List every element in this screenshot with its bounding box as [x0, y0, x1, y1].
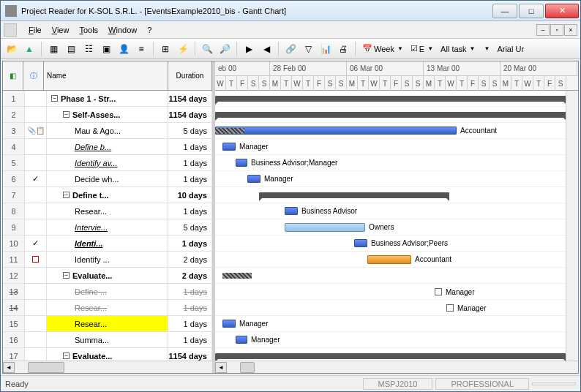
outline-toggle[interactable]: − [63, 192, 70, 198]
view4-icon[interactable]: ▣ [98, 41, 114, 57]
row-name[interactable]: Define b... [47, 139, 168, 154]
gantt-bar[interactable]: Manager [222, 320, 236, 328]
outline-toggle[interactable]: − [63, 111, 70, 118]
menu-view[interactable]: View [48, 24, 74, 36]
font-combo[interactable]: Arial Ur [494, 45, 527, 53]
zoom-in-icon[interactable]: 🔍 [199, 41, 215, 57]
row-name[interactable]: Mau & Ago... [47, 123, 168, 138]
menu-tools[interactable]: Tools [75, 24, 102, 36]
info-header-icon[interactable]: ⓘ [23, 61, 44, 90]
gantt-bar[interactable]: Manager [222, 143, 236, 151]
gantt-bar[interactable]: Manager [435, 288, 442, 295]
open-icon[interactable]: 📂 [4, 41, 20, 57]
row-name[interactable]: Intervie... [47, 219, 168, 235]
unknown-combo[interactable]: ▼ [480, 45, 493, 52]
view2-icon[interactable]: ▤ [63, 41, 79, 57]
goto1-icon[interactable]: ▶ [241, 41, 257, 57]
row-name[interactable]: −Phase 1 - Str... [47, 91, 168, 106]
table-row[interactable]: 11Identify ...2 days [3, 252, 212, 268]
gantt-hscroll[interactable]: ◄ [215, 361, 578, 373]
mdi-minimize[interactable]: – [536, 24, 550, 36]
row-name[interactable]: Resear... [47, 300, 168, 315]
gantt-bar[interactable] [222, 273, 252, 279]
table-row[interactable]: 17−Evaluate...1154 days [3, 348, 212, 361]
week-combo[interactable]: 📅Week▼ [359, 44, 406, 53]
menu-help[interactable]: ? [143, 24, 156, 36]
view1-icon[interactable]: ▦ [45, 41, 61, 57]
resource-icon[interactable]: 👤 [116, 41, 132, 57]
gantt-bar[interactable] [215, 128, 244, 134]
table-row[interactable]: 13Define ...1 days [3, 284, 212, 300]
gantt-bar[interactable]: Owners [285, 223, 365, 232]
gantt-bar[interactable] [215, 96, 566, 102]
row-name[interactable]: Identify ... [47, 252, 168, 267]
chart-icon[interactable]: 📊 [318, 41, 334, 57]
gantt-bar[interactable]: Manager [247, 175, 260, 183]
row-name[interactable]: −Self-Asses... [47, 107, 168, 122]
grid-hscroll[interactable]: ◄ [3, 361, 212, 373]
table-row[interactable]: 9Intervie...5 days [3, 219, 212, 235]
table-row[interactable]: 7−Define t...10 days [3, 187, 212, 203]
table-row[interactable]: 6✓Decide wh...1 days [3, 171, 212, 187]
menu-window[interactable]: Window [104, 24, 141, 36]
gantt-bar[interactable] [215, 112, 566, 118]
row-name[interactable]: Identify av... [47, 155, 168, 170]
table-row[interactable]: 12−Evaluate...2 days [3, 268, 212, 284]
col-name-header[interactable]: Name [44, 61, 168, 90]
gantt-bar[interactable]: Accountant [367, 255, 411, 264]
maximize-button[interactable]: □ [519, 4, 544, 18]
gantt-bar[interactable]: Accountant [215, 127, 457, 135]
list-icon[interactable]: ≡ [133, 41, 149, 57]
bolt-icon[interactable]: ⚡ [175, 41, 191, 57]
minimize-button[interactable]: — [492, 4, 517, 18]
table-row[interactable]: 8Resear...1 days [3, 203, 212, 219]
titlebar[interactable]: Project Reader for K-SOL S.R.L. - [Event… [1, 1, 580, 21]
zoom-out-icon[interactable]: 🔎 [217, 41, 233, 57]
gantt-bar[interactable] [259, 192, 449, 198]
close-button[interactable]: ✕ [545, 4, 579, 18]
row-name[interactable]: Decide wh... [47, 171, 168, 186]
link-icon[interactable]: 🔗 [282, 41, 299, 57]
gantt-bar[interactable]: Business Advisor;Manager [236, 159, 247, 167]
row-name[interactable]: −Evaluate... [47, 348, 168, 361]
table-row[interactable]: 10✓Identi...1 days [3, 235, 212, 252]
alltask-combo[interactable]: All task▼ [438, 45, 478, 53]
table-row[interactable]: 3📎📋Mau & Ago...5 days [3, 123, 212, 139]
row-name[interactable]: Resear... [47, 203, 168, 219]
table-row[interactable]: 15Resear...1 days [3, 316, 212, 332]
menu-file[interactable]: File [24, 24, 46, 36]
row-name[interactable]: Resear... [47, 316, 168, 331]
drive-icon[interactable]: ▲ [21, 41, 37, 57]
table-row[interactable]: 4Define b...1 days [3, 139, 212, 155]
e-combo[interactable]: ☑E▼ [408, 44, 436, 53]
gantt-bar[interactable]: Manager [446, 304, 454, 312]
outline-toggle[interactable]: − [51, 95, 58, 102]
filter-icon[interactable]: ▽ [300, 41, 316, 57]
table-row[interactable]: 1−Phase 1 - Str...1154 days [3, 91, 212, 107]
gantt-vscroll[interactable] [566, 91, 578, 361]
outline-toggle[interactable]: − [63, 353, 70, 359]
system-menu-icon[interactable] [4, 23, 17, 37]
gantt-bar[interactable]: Business Advisor [285, 207, 298, 215]
view3-icon[interactable]: ☷ [80, 41, 97, 57]
gantt-body[interactable]: AccountantManagerBusiness Advisor;Manage… [215, 91, 578, 361]
table-row[interactable]: 2−Self-Asses...1154 days [3, 107, 212, 123]
table-icon[interactable]: ⊞ [157, 41, 173, 57]
expand-all-icon[interactable]: ◧ [3, 61, 23, 90]
row-name[interactable]: Define ... [47, 284, 168, 299]
outline-toggle[interactable]: − [63, 272, 70, 279]
print-icon[interactable]: 🖨 [335, 41, 351, 57]
table-row[interactable]: 5Identify av...1 days [3, 155, 212, 171]
gantt-bar[interactable]: Business Advisor;Peers [354, 239, 367, 247]
row-name[interactable]: Identi... [47, 235, 168, 251]
gantt-bar[interactable]: Manager [236, 336, 247, 344]
row-name[interactable]: −Define t... [47, 187, 168, 203]
table-row[interactable]: 16Summa...1 days [3, 332, 212, 348]
goto2-icon[interactable]: ◀ [258, 41, 274, 57]
table-row[interactable]: 14Resear...1 days [3, 300, 212, 316]
gantt-bar[interactable] [215, 353, 566, 359]
mdi-close[interactable]: × [564, 24, 577, 36]
row-name[interactable]: Summa... [47, 332, 168, 347]
col-duration-header[interactable]: Duration [168, 61, 212, 90]
row-name[interactable]: −Evaluate... [47, 268, 168, 283]
